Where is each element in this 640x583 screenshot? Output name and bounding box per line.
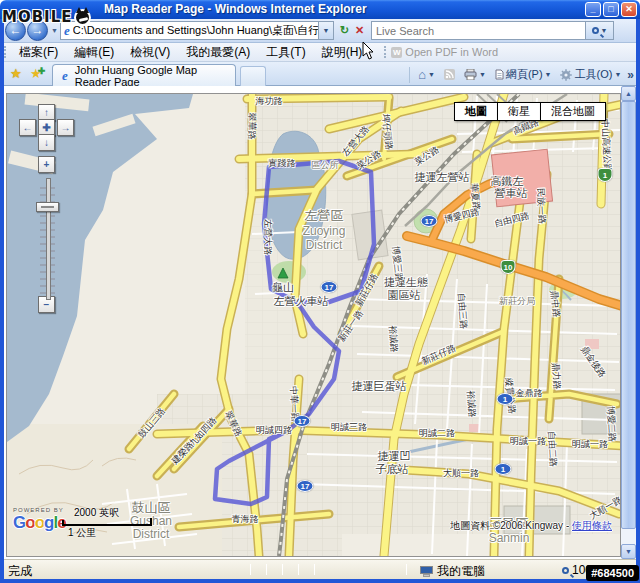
map-canvas[interactable]: 左營區ZuoyingDistrict鼓山區GushanDistrict三民區Sa… [7, 94, 620, 556]
overflow-chevron[interactable]: » [627, 68, 634, 82]
search-icon [592, 27, 599, 34]
google-logo-letter: g [44, 513, 53, 532]
page-menu-button[interactable]: 網頁(P) ▼ [492, 65, 555, 84]
post-id-badge: #684500 [586, 565, 639, 581]
map-label: Zuoying [303, 224, 346, 238]
home-button[interactable]: ⌂ ▼ [415, 65, 438, 84]
map-type-button[interactable]: 衛星 [497, 102, 541, 121]
history-dropdown-icon[interactable]: ▼ [51, 27, 58, 34]
map-label: 新莊分局 [499, 295, 535, 308]
scrollbar-thumb[interactable] [621, 101, 636, 529]
map-label: 園區站 [388, 288, 421, 303]
scroll-down-arrow[interactable]: ▼ [621, 544, 636, 559]
ie-tab-icon: e [62, 68, 68, 84]
route-shield-17: 17 [294, 415, 311, 427]
menu-bar: 檔案(F)編輯(E)檢視(V)我的最愛(A)工具(T)說明(H) W Open … [0, 43, 640, 62]
search-box[interactable]: ▼ [371, 21, 614, 40]
word-icon: W [391, 47, 402, 58]
tools-menu-button[interactable]: 工具(O) ▼ [557, 65, 624, 84]
map-label: 子底站 [376, 462, 409, 477]
map-type-button[interactable]: 地圖 [454, 102, 498, 121]
printer-icon [464, 69, 477, 80]
mobile01-face-icon [74, 9, 91, 26]
menu-item[interactable]: 檢視(V) [122, 42, 178, 63]
my-computer-icon [420, 566, 433, 577]
map-label: 明誠三路 [331, 421, 367, 434]
google-logo-letter: o [35, 513, 44, 532]
address-field[interactable]: e C:\Documents and Settings\John Huang\桌… [60, 21, 334, 40]
scale-bar [62, 520, 152, 526]
address-dropdown-icon[interactable]: ▼ [318, 22, 333, 39]
new-tab-button[interactable] [240, 66, 266, 86]
map-label: 實踐路 [269, 157, 296, 170]
pan-down-button[interactable]: ↓ [38, 134, 55, 151]
map-label: 鼎中路 [547, 290, 563, 318]
map-label: 金鼎路 [516, 387, 543, 400]
route-shield-17: 17 [297, 480, 314, 492]
refresh-button[interactable]: ↻ [337, 21, 352, 40]
search-button[interactable]: ▼ [585, 22, 613, 39]
scale-metric: 1 公里 [62, 526, 152, 540]
zoom-slider-track[interactable] [40, 182, 55, 294]
map-label: 龜山 [272, 280, 294, 295]
map-label: 明誠二路 [419, 427, 455, 440]
scroll-up-arrow[interactable]: ▲ [621, 86, 636, 101]
map-label: 裕誠路 [464, 390, 479, 418]
menu-item[interactable]: 編輯(E) [66, 42, 122, 63]
route-shield-1: 1 [497, 393, 514, 405]
home-icon: ⌂ [418, 67, 426, 82]
menu-item[interactable]: 我的最愛(A) [178, 42, 258, 63]
zoom-slider-handle[interactable] [36, 202, 59, 212]
feeds-button[interactable] [441, 67, 458, 82]
stop-button[interactable]: ✕ [352, 21, 367, 40]
maximize-button[interactable]: □ [603, 2, 619, 17]
minimize-button[interactable]: _ [585, 2, 601, 17]
map-label: 明誠四路 [256, 424, 292, 437]
tab-active[interactable]: e John Huang Google Map Reader Page [52, 64, 236, 86]
map-label: 左營火車站 [274, 294, 329, 309]
map-label: 海功路 [256, 95, 283, 108]
mouse-cursor [362, 41, 375, 60]
address-text[interactable]: C:\Documents and Settings\John Huang\桌面\… [73, 23, 318, 38]
search-input[interactable] [372, 22, 585, 39]
map-label: 區公所 [312, 159, 339, 172]
route-shield-1: 1 [598, 168, 613, 182]
menu-item[interactable]: 工具(T) [258, 42, 313, 63]
map-label: 營車站 [495, 186, 528, 201]
route-shield-17: 17 [421, 215, 438, 227]
add-favorite-icon[interactable]: ★✚ [30, 66, 49, 81]
google-logo-letter: G [13, 513, 25, 532]
google-logo-letter: o [25, 513, 34, 532]
page-content: 左營區ZuoyingDistrict鼓山區GushanDistrict三民區Sa… [4, 86, 636, 559]
window-frame-bottom [0, 579, 640, 583]
tab-title: John Huang Google Map Reader Page [75, 64, 229, 88]
window-frame-left [0, 19, 4, 579]
zoom-in-button[interactable]: + [38, 156, 55, 173]
vertical-scrollbar[interactable]: ▲ ▼ [621, 86, 636, 559]
gear-icon [560, 69, 572, 81]
map-label: 左營區 [305, 207, 344, 225]
zoom-magnifier-icon [562, 567, 569, 574]
search-dropdown-icon[interactable]: ▼ [601, 27, 608, 34]
terms-link[interactable]: 使用條款 [572, 520, 612, 531]
route-shield-17: 17 [321, 281, 338, 293]
toolbar-grip [384, 46, 387, 58]
status-bar: 完成 我的電腦 100% [0, 559, 640, 579]
map-label: 明誠一路 [510, 435, 546, 448]
map-label: Sanmin [489, 531, 530, 545]
map-label: 民族一路 [534, 188, 549, 225]
title-bar[interactable]: Map Reader Page - Windows Internet Explo… [0, 0, 640, 19]
menu-item[interactable]: 檔案(F) [11, 42, 66, 63]
google-logo[interactable]: POWERED BY Google [13, 507, 66, 533]
favorites-center-icon[interactable]: ★ [10, 66, 22, 81]
pan-left-button[interactable]: ← [19, 119, 36, 136]
print-button[interactable]: ▼ [461, 67, 489, 82]
pan-right-button[interactable]: → [57, 119, 74, 136]
scale-imperial: 2000 英呎 [62, 506, 152, 520]
close-button[interactable]: ✕ [621, 2, 637, 17]
route-shield-10: 10 [501, 260, 516, 274]
map-type-button[interactable]: 混合地圖 [540, 102, 606, 121]
open-pdf-button[interactable]: W Open PDF in Word [391, 46, 498, 58]
map-attribution: 地圖資料 ©2006 Kingway - 使用條款 [450, 519, 612, 533]
map-label: 左營大路 [261, 219, 274, 255]
